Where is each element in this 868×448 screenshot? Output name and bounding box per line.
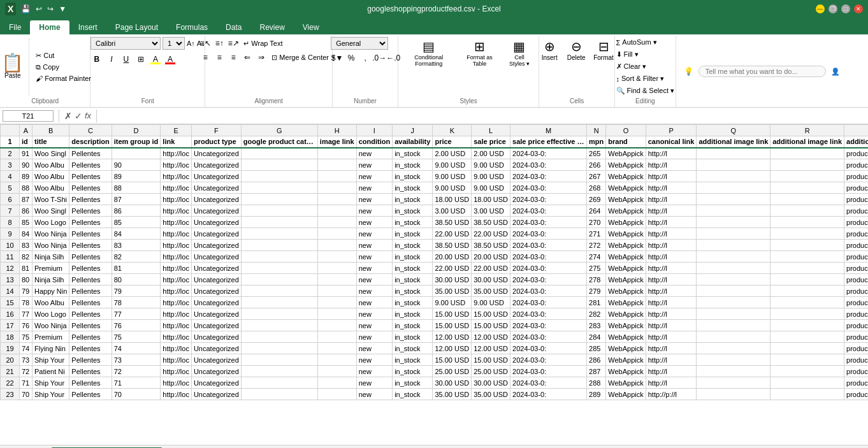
- cell-O22[interactable]: WebAppick: [606, 377, 646, 389]
- cell-S3[interactable]: product/woo-album-1/: [844, 159, 868, 171]
- cell-A17[interactable]: 76: [20, 320, 33, 331]
- cell-M4[interactable]: 2024-03-0:: [510, 171, 587, 182]
- cell-R2[interactable]: [770, 148, 844, 159]
- col-header-O[interactable]: O: [606, 125, 646, 136]
- cell-J2[interactable]: in_stock: [393, 148, 433, 159]
- cell-R6[interactable]: [770, 194, 844, 205]
- cell-G1[interactable]: google product category: [241, 136, 317, 148]
- cell-J4[interactable]: in_stock: [393, 171, 433, 182]
- insert-button[interactable]: ⊕ Insert: [537, 37, 562, 63]
- cell-E17[interactable]: http://loc: [161, 320, 192, 331]
- cell-H21[interactable]: [317, 366, 356, 377]
- cell-G7[interactable]: [241, 205, 317, 217]
- cell-N6[interactable]: 269: [587, 194, 606, 205]
- cell-P14[interactable]: http://l: [646, 285, 697, 297]
- cell-R4[interactable]: [770, 171, 844, 182]
- cell-K1[interactable]: price: [433, 136, 472, 148]
- cell-P23[interactable]: http://p://l: [646, 389, 697, 400]
- cell-D16[interactable]: 77: [112, 308, 161, 320]
- cell-C1[interactable]: description: [69, 136, 112, 148]
- cell-H19[interactable]: [317, 343, 356, 354]
- cell-K11[interactable]: 20.00 USD: [433, 251, 472, 263]
- cell-A5[interactable]: 88: [20, 182, 33, 194]
- cell-A1[interactable]: id: [20, 136, 33, 148]
- cell-L23[interactable]: 35.00 USD: [472, 389, 510, 400]
- cell-S8[interactable]: product/woo-logo-2/: [844, 217, 868, 228]
- cell-N21[interactable]: 287: [587, 366, 606, 377]
- percent-button[interactable]: %: [345, 52, 358, 64]
- cell-M11[interactable]: 2024-03-0:: [510, 251, 587, 263]
- cell-O17[interactable]: WebAppick: [606, 320, 646, 331]
- cell-E23[interactable]: http://loc: [161, 389, 192, 400]
- cell-M9[interactable]: 2024-03-0:: [510, 228, 587, 240]
- cell-B18[interactable]: Premium: [33, 331, 69, 343]
- cell-S1[interactable]: additional image link: [844, 136, 868, 148]
- cell-J7[interactable]: in_stock: [393, 205, 433, 217]
- cell-D15[interactable]: 78: [112, 297, 161, 308]
- cell-I2[interactable]: new: [356, 148, 393, 159]
- cell-P1[interactable]: canonical link: [646, 136, 697, 148]
- cell-L10[interactable]: 38.50 USD: [472, 240, 510, 251]
- cell-F23[interactable]: Uncategorized: [191, 389, 241, 400]
- cell-O11[interactable]: WebAppick: [606, 251, 646, 263]
- cell-Q7[interactable]: [697, 205, 770, 217]
- cell-E21[interactable]: http://loc: [161, 366, 192, 377]
- cell-N20[interactable]: 286: [587, 354, 606, 366]
- cell-F11[interactable]: Uncategorized: [191, 251, 241, 263]
- cell-A22[interactable]: 71: [20, 377, 33, 389]
- cell-N9[interactable]: 271: [587, 228, 606, 240]
- cell-N2[interactable]: 265: [587, 148, 606, 159]
- cut-button[interactable]: ✂ Cut: [33, 50, 94, 61]
- cell-R14[interactable]: [770, 285, 844, 297]
- cell-I5[interactable]: new: [356, 182, 393, 194]
- cell-F13[interactable]: Uncategorized: [191, 274, 241, 285]
- cell-Q22[interactable]: [697, 377, 770, 389]
- col-header-F[interactable]: F: [191, 125, 241, 136]
- align-right-button[interactable]: ≡: [227, 51, 240, 64]
- cell-P16[interactable]: http://l: [646, 308, 697, 320]
- cell-C20[interactable]: Pellentes: [69, 354, 112, 366]
- cell-O19[interactable]: WebAppick: [606, 343, 646, 354]
- comma-button[interactable]: ,: [359, 52, 372, 64]
- cell-N18[interactable]: 284: [587, 331, 606, 343]
- cell-B17[interactable]: Woo Ninja: [33, 320, 69, 331]
- align-top-right-button[interactable]: ≡↗: [227, 37, 240, 50]
- cell-K13[interactable]: 30.00 USD: [433, 274, 472, 285]
- cell-I7[interactable]: new: [356, 205, 393, 217]
- cell-K9[interactable]: 22.00 USD: [433, 228, 472, 240]
- cell-J14[interactable]: in_stock: [393, 285, 433, 297]
- cell-E2[interactable]: http://loc: [161, 148, 192, 159]
- cell-K7[interactable]: 3.00 USD: [433, 205, 472, 217]
- cell-K3[interactable]: 9.00 USD: [433, 159, 472, 171]
- cell-M3[interactable]: 2024-03-0:: [510, 159, 587, 171]
- cell-G23[interactable]: [241, 389, 317, 400]
- cell-E13[interactable]: http://loc: [161, 274, 192, 285]
- cell-R17[interactable]: [770, 320, 844, 331]
- cell-N14[interactable]: 279: [587, 285, 606, 297]
- cell-B9[interactable]: Woo Ninja: [33, 228, 69, 240]
- cell-M15[interactable]: 2024-03-0:: [510, 297, 587, 308]
- cell-D4[interactable]: 89: [112, 171, 161, 182]
- border-button[interactable]: ⊞: [134, 53, 147, 66]
- cell-H17[interactable]: [317, 320, 356, 331]
- cell-O8[interactable]: WebAppick: [606, 217, 646, 228]
- cell-M16[interactable]: 2024-03-0:: [510, 308, 587, 320]
- merge-center-button[interactable]: ⊡ Merge & Center ▼: [269, 51, 338, 64]
- cell-K20[interactable]: 15.00 USD: [433, 354, 472, 366]
- cell-I19[interactable]: new: [356, 343, 393, 354]
- cell-C13[interactable]: Pellentes: [69, 274, 112, 285]
- redo-quick-icon[interactable]: ↪: [46, 3, 55, 15]
- cell-P22[interactable]: http://l: [646, 377, 697, 389]
- cell-D12[interactable]: 81: [112, 263, 161, 274]
- cell-M19[interactable]: 2024-03-0:: [510, 343, 587, 354]
- cell-G19[interactable]: [241, 343, 317, 354]
- cell-Q2[interactable]: [697, 148, 770, 159]
- cell-N13[interactable]: 278: [587, 274, 606, 285]
- col-header-P[interactable]: P: [646, 125, 697, 136]
- col-header-H[interactable]: H: [317, 125, 356, 136]
- cell-E20[interactable]: http://loc: [161, 354, 192, 366]
- cell-F18[interactable]: Uncategorized: [191, 331, 241, 343]
- cell-B10[interactable]: Woo Ninja: [33, 240, 69, 251]
- cell-K8[interactable]: 38.50 USD: [433, 217, 472, 228]
- cell-D1[interactable]: item group id: [112, 136, 161, 148]
